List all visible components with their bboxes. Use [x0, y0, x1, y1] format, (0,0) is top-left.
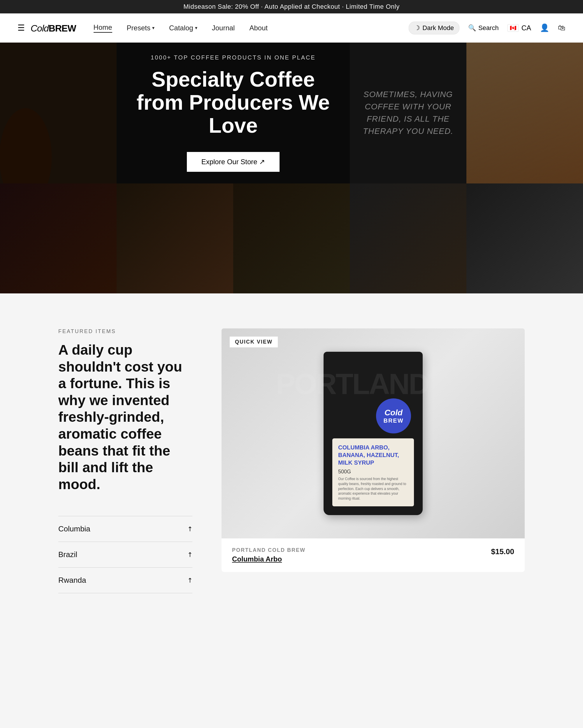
explore-store-button[interactable]: Explore Our Store ↗: [187, 152, 280, 172]
bag-circle-cold-text: Cold: [385, 408, 402, 417]
hero-cell-7: [233, 183, 350, 293]
arrow-icon: ↗: [185, 576, 194, 585]
cart-icon[interactable]: 🛍: [558, 23, 565, 32]
hero-center: 1000+ Top Coffee Products in One Place S…: [117, 43, 350, 183]
country-selector[interactable]: 🇨🇦 CA: [507, 24, 531, 32]
product-image-area: PORTLAND Cold BREW COLUMBIA ARBO,BANANA,…: [222, 329, 525, 539]
product-info-left: Portland Cold Brew Columbia Arbo: [232, 547, 305, 563]
hero-cell-9: [466, 183, 583, 293]
account-icon[interactable]: 👤: [540, 23, 549, 32]
hero-cell-6: [117, 183, 233, 293]
bag-product-name: COLUMBIA ARBO,BANANA, HAZELNUT,MILK SYRU…: [338, 444, 408, 466]
catalog-chevron-icon: ▾: [195, 25, 197, 31]
hero-cell-8: [350, 183, 466, 293]
nav-presets[interactable]: Presets ▾: [127, 24, 155, 32]
hero-cell-1: [0, 43, 117, 183]
nav-catalog[interactable]: Catalog ▾: [169, 24, 197, 32]
featured-link-columbia[interactable]: Columbia ↗: [58, 516, 192, 542]
moon-icon: ☽: [414, 24, 420, 32]
quick-view-badge[interactable]: Quick View: [230, 337, 278, 347]
nav-about[interactable]: About: [249, 24, 268, 32]
hamburger-menu-icon[interactable]: ☰: [18, 23, 25, 33]
hero-section: 1000+ Top Coffee Products in One Place S…: [0, 43, 583, 293]
bag-body: PORTLAND Cold BREW COLUMBIA ARBO,BANANA,…: [324, 352, 423, 515]
header-right: ☽ Dark Mode 🔍 Search 🇨🇦 CA 👤 🛍: [409, 22, 565, 34]
coffee-bag: PORTLAND Cold BREW COLUMBIA ARBO,BANANA,…: [324, 352, 423, 515]
announcement-bar: Midseason Sale: 20% Off · Auto Applied a…: [0, 0, 583, 14]
bag-label: COLUMBIA ARBO,BANANA, HAZELNUT,MILK SYRU…: [332, 438, 414, 506]
nav-home[interactable]: Home: [93, 23, 112, 33]
product-info-bar: Portland Cold Brew Columbia Arbo $15.00: [222, 539, 525, 572]
hero-quote-cell: Sometimes, having coffee with your frien…: [350, 43, 466, 183]
featured-link-rwanda[interactable]: Rwanda ↗: [58, 567, 192, 593]
bag-circle-brew-text: BREW: [383, 417, 404, 424]
hero-title: Specialty Coffee from Producers We Love: [128, 68, 338, 137]
hero-cell-5: [0, 183, 117, 293]
bag-description: Our Coffee is sourced from the highest q…: [338, 476, 408, 501]
hero-cell-4: [466, 43, 583, 183]
arrow-icon: ↗: [185, 550, 194, 559]
logo[interactable]: ColdBREW: [31, 22, 76, 34]
main-nav: Home Presets ▾ Catalog ▾ Journal About: [93, 23, 409, 33]
product-name[interactable]: Columbia Arbo: [232, 555, 305, 563]
featured-tag: Featured Items: [58, 329, 192, 335]
nav-journal[interactable]: Journal: [212, 24, 235, 32]
featured-left: Featured Items A daily cup shouldn't cos…: [58, 329, 192, 593]
search-icon: 🔍: [468, 24, 476, 32]
search-button[interactable]: 🔍 Search: [468, 24, 499, 32]
dark-mode-button[interactable]: ☽ Dark Mode: [409, 22, 460, 34]
featured-links: Columbia ↗ Brazil ↗ Rwanda ↗: [58, 516, 192, 593]
presets-chevron-icon: ▾: [152, 25, 155, 31]
hero-quote: Sometimes, having coffee with your frien…: [361, 88, 455, 137]
featured-section: Featured Items A daily cup shouldn't cos…: [0, 293, 583, 628]
featured-headline: A daily cup shouldn't cost you a fortune…: [58, 341, 192, 493]
product-card: Quick View PORTLAND Cold BREW COLUMBIA A…: [222, 329, 525, 572]
arrow-icon: ↗: [185, 524, 194, 534]
announcement-text: Midseason Sale: 20% Off · Auto Applied a…: [183, 3, 399, 10]
product-price: $15.00: [491, 547, 514, 556]
bag-watermark: PORTLAND: [276, 369, 428, 398]
bag-circle: Cold BREW: [376, 398, 411, 434]
bag-weight: 500G: [338, 469, 408, 475]
header: ☰ ColdBREW Home Presets ▾ Catalog ▾ Jour…: [0, 14, 583, 43]
hero-subtitle: 1000+ Top Coffee Products in One Place: [151, 54, 316, 61]
product-brand: Portland Cold Brew: [232, 547, 305, 553]
flag-icon: 🇨🇦: [507, 24, 519, 32]
featured-link-brazil[interactable]: Brazil ↗: [58, 542, 192, 567]
